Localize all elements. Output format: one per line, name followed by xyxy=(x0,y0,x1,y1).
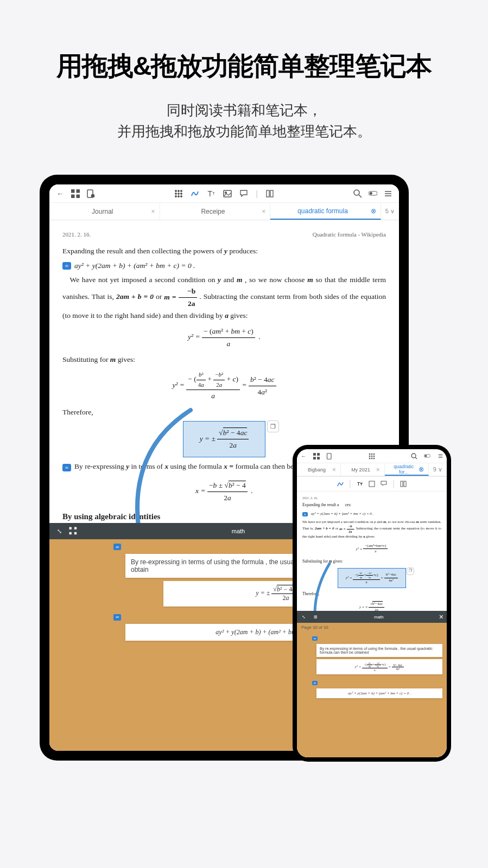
grid-icon[interactable]: ⊞ xyxy=(312,614,319,620)
tab-count[interactable]: 5 ∨ xyxy=(381,208,399,215)
close-icon[interactable]: ⊗ xyxy=(371,207,376,215)
doc-date: 2021. 2. 16. xyxy=(62,230,91,240)
close-icon[interactable]: × xyxy=(439,612,443,621)
link-badge[interactable]: ∞ xyxy=(113,544,121,550)
svg-rect-29 xyxy=(69,532,72,534)
apps-icon[interactable] xyxy=(174,189,183,198)
equation: y² = − (b²4a + −b²2a + c)a = b² − 4ac4a² xyxy=(62,370,386,402)
svg-rect-1 xyxy=(77,189,80,193)
menu-icon[interactable] xyxy=(384,189,392,198)
device-mockups: ← TT xyxy=(0,175,488,771)
equation: y² = − (am² + bm + c)a . xyxy=(62,326,386,349)
note-equation-card[interactable]: y² = −(b²4a+−b²2a+c)a = b²−4ac4a² xyxy=(316,659,442,674)
text-format-icon[interactable]: Tᴛ xyxy=(357,481,363,487)
comment-icon[interactable] xyxy=(381,481,387,487)
copy-icon[interactable]: ❐ xyxy=(407,567,414,575)
phone-top-toolbar: ← xyxy=(297,449,447,463)
tab-receipe[interactable]: Receipe× xyxy=(160,203,271,220)
menu-icon[interactable]: ☰ xyxy=(437,453,443,459)
svg-point-41 xyxy=(373,456,375,457)
svg-point-45 xyxy=(411,454,416,458)
collapse-arrows-icon[interactable]: ⤡ xyxy=(55,527,64,535)
page-indicator: Page 10 of 10 xyxy=(297,623,447,632)
tab-my2021[interactable]: My 2021× xyxy=(341,463,385,476)
svg-point-14 xyxy=(181,195,182,197)
phone-notepad[interactable]: ⤡ ⊞ math × Page 10 of 10 ∞ By re-express… xyxy=(297,611,447,757)
back-icon[interactable]: ← xyxy=(300,453,307,459)
pen-icon[interactable] xyxy=(191,189,199,198)
apps-icon[interactable] xyxy=(369,453,375,459)
search-icon[interactable] xyxy=(411,453,417,459)
svg-point-9 xyxy=(175,193,177,194)
svg-point-10 xyxy=(178,193,180,194)
comment-icon[interactable] xyxy=(239,189,248,198)
svg-line-20 xyxy=(359,195,362,197)
svg-rect-30 xyxy=(74,532,77,534)
notebook-add-icon[interactable] xyxy=(86,189,95,198)
note-equation-card[interactable]: ay² + y(2am + b) + (am² + bm + c) = 0 . xyxy=(316,688,442,698)
text-format-icon[interactable]: TT xyxy=(207,189,216,198)
selection-box[interactable]: ❐ y² = −(b²4a+−b²2a+c)a = b²−4ac4a² xyxy=(338,568,406,589)
svg-rect-33 xyxy=(313,457,316,459)
svg-point-6 xyxy=(175,190,177,192)
link-badge[interactable]: ∞ xyxy=(62,464,71,471)
svg-rect-34 xyxy=(318,457,320,459)
svg-point-42 xyxy=(369,458,370,459)
pen-icon[interactable] xyxy=(337,481,344,487)
svg-point-39 xyxy=(369,456,370,457)
svg-point-19 xyxy=(354,190,359,195)
svg-point-40 xyxy=(371,456,372,457)
image-icon[interactable] xyxy=(369,481,375,487)
back-icon[interactable]: ← xyxy=(56,189,65,198)
close-icon[interactable]: × xyxy=(262,208,265,215)
copy-icon[interactable]: ❐ xyxy=(267,420,279,432)
image-icon[interactable] xyxy=(223,189,232,198)
svg-rect-17 xyxy=(267,190,269,197)
toggle-icon[interactable] xyxy=(424,453,430,459)
grid-icon[interactable] xyxy=(71,189,80,198)
tab-count[interactable]: 9 ∨ xyxy=(429,466,447,473)
svg-rect-27 xyxy=(69,527,72,529)
svg-rect-2 xyxy=(71,195,74,198)
note-card[interactable]: By re-expressing in terms of using the f… xyxy=(316,644,442,657)
svg-point-7 xyxy=(178,190,180,192)
svg-point-16 xyxy=(225,192,227,193)
link-badge[interactable]: ∞ xyxy=(312,681,318,685)
doc-source: Quadratic formula - Wikipedia xyxy=(313,230,386,240)
hero-title: 用拖拽&拖放功能简单整理笔记本 xyxy=(0,49,488,84)
svg-line-46 xyxy=(415,457,417,459)
phone-sub-toolbar: | Tᴛ | xyxy=(297,476,447,492)
svg-rect-0 xyxy=(71,189,74,193)
split-icon[interactable] xyxy=(265,189,274,198)
link-badge[interactable]: ∞ xyxy=(113,614,121,621)
collapse-arrows-icon[interactable]: ⤡ xyxy=(300,614,307,620)
tablet-top-toolbar: ← TT xyxy=(49,184,399,203)
svg-point-5 xyxy=(91,194,94,197)
link-badge[interactable]: ∞ xyxy=(302,512,308,516)
tab-quadratic[interactable]: quadratic formula⊗ xyxy=(270,203,381,220)
tab-quadratic[interactable]: quadratic for...⊗ xyxy=(385,463,429,476)
close-icon[interactable]: × xyxy=(151,208,155,215)
svg-rect-32 xyxy=(318,453,320,456)
notebook-add-icon[interactable] xyxy=(326,453,333,459)
svg-point-12 xyxy=(175,195,177,197)
svg-rect-28 xyxy=(74,527,77,529)
toggle-icon[interactable] xyxy=(369,189,377,198)
grid-icon[interactable] xyxy=(313,453,320,459)
phone-frame: ← xyxy=(293,445,451,762)
svg-point-38 xyxy=(373,454,375,455)
doc-date: 2021. 2. 16. xyxy=(302,496,318,500)
split-icon[interactable] xyxy=(400,481,407,487)
grid-icon[interactable] xyxy=(69,527,78,535)
search-icon[interactable] xyxy=(353,189,362,198)
selection-box[interactable]: ❐ y = ± √b² − 4ac2a xyxy=(183,421,266,457)
notepad-title: math xyxy=(324,615,434,620)
equation-selected: y = ± √b² − 4ac2a xyxy=(200,435,249,443)
tab-bigbang[interactable]: Bigbang× xyxy=(297,463,341,476)
tab-journal[interactable]: Journal× xyxy=(49,203,160,220)
svg-point-11 xyxy=(181,193,182,194)
phone-screen: ← xyxy=(297,449,447,757)
link-badge[interactable]: ∞ xyxy=(62,262,71,270)
hero-subtitle: 同时阅读书籍和笔记本， 并用拖拽和拖放功能简单地整理笔记本。 xyxy=(0,100,488,142)
link-badge[interactable]: ∞ xyxy=(312,636,318,641)
